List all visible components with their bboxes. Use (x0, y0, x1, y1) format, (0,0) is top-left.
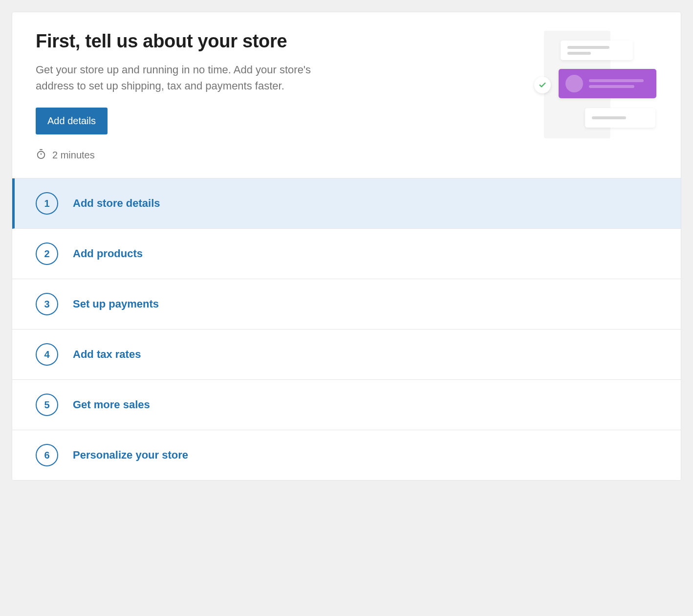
step-list: 1 Add store details 2 Add products 3 Set… (12, 178, 681, 480)
step-get-more-sales[interactable]: 5 Get more sales (12, 380, 681, 430)
step-number: 4 (36, 343, 58, 366)
step-set-up-payments[interactable]: 3 Set up payments (12, 279, 681, 330)
onboarding-card: First, tell us about your store Get your… (12, 12, 681, 481)
add-details-button[interactable]: Add details (36, 108, 108, 134)
check-icon (534, 77, 551, 93)
time-estimate-label: 2 minutes (52, 150, 95, 161)
step-number: 6 (36, 444, 58, 466)
step-label: Get more sales (73, 398, 150, 411)
header-content: First, tell us about your store Get your… (36, 31, 511, 162)
card-header: First, tell us about your store Get your… (12, 12, 681, 178)
step-add-store-details[interactable]: 1 Add store details (12, 178, 681, 229)
stopwatch-icon (36, 148, 46, 162)
step-personalize-your-store[interactable]: 6 Personalize your store (12, 430, 681, 480)
step-label: Set up payments (73, 298, 159, 310)
step-number: 1 (36, 192, 58, 215)
step-label: Add products (73, 247, 143, 260)
page-description: Get your store up and running in no time… (36, 62, 348, 94)
store-illustration (530, 31, 657, 138)
step-number: 3 (36, 293, 58, 315)
step-add-products[interactable]: 2 Add products (12, 229, 681, 279)
time-estimate: 2 minutes (36, 148, 511, 162)
step-number: 5 (36, 394, 58, 416)
step-label: Add tax rates (73, 348, 141, 361)
step-add-tax-rates[interactable]: 4 Add tax rates (12, 330, 681, 380)
step-label: Personalize your store (73, 449, 188, 462)
step-number: 2 (36, 242, 58, 265)
page-title: First, tell us about your store (36, 31, 511, 52)
step-label: Add store details (73, 197, 160, 210)
